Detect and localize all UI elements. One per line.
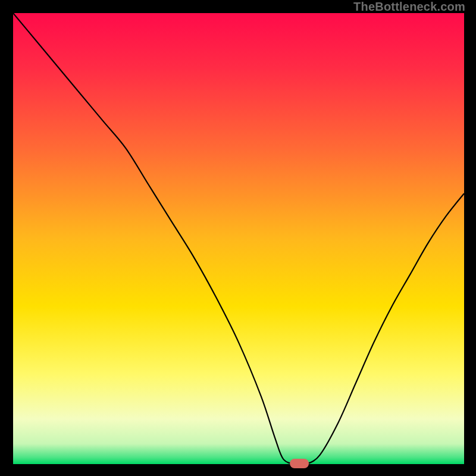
plot-area [13,13,464,464]
chart-svg [13,13,464,464]
optimal-marker [290,459,309,468]
gradient-background [13,13,464,464]
watermark-text: TheBottleneck.com [353,0,465,14]
chart-frame: TheBottleneck.com [0,0,476,476]
